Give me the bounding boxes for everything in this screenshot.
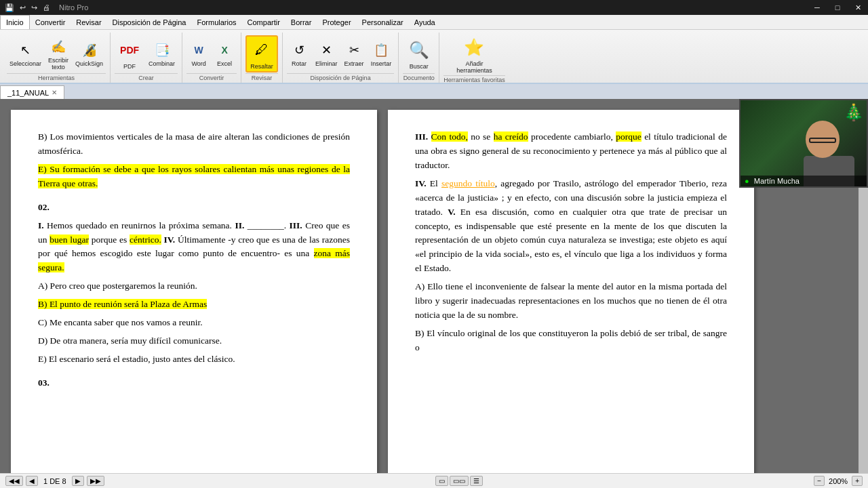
menu-personalizar[interactable]: Personalizar [357,15,409,29]
app-title: Nitro Pro [59,3,88,12]
insertar-btn[interactable]: 📋 Insertar [368,39,395,68]
ribbon-group-documento: 🔍 Buscar Documento [399,33,439,83]
ribbon-group-crear: PDF PDF 📑 Combinar Crear [111,33,182,83]
herramientas-buttons: ↖ Seleccionar ✍ Escribirtexto 🔏 QuickSig… [7,34,106,73]
menu-revisar[interactable]: Revisar [71,15,106,29]
ribbon-group-herramientas: ↖ Seleccionar ✍ Escribirtexto 🔏 QuickSig… [3,33,111,83]
word-icon: W [189,41,208,60]
tab-label: _11_ANUAL [7,89,49,97]
window-controls: ─ □ ✕ [807,0,868,15]
person-head [806,121,840,158]
document-area: B) Los movimientos verticales de la masa… [0,99,868,473]
pages-container: B) Los movimientos verticales de la masa… [0,99,859,473]
left-option-E: E) Su formación se debe a que los rayos … [38,163,350,191]
close-btn[interactable]: ✕ [848,0,868,15]
view-continuous-btn[interactable]: ☰ [470,476,483,486]
buscar-btn[interactable]: 🔍 Buscar [404,37,434,71]
redo-btn[interactable]: ↪ [29,3,39,13]
word-btn[interactable]: W Word [186,39,211,68]
seleccionar-icon: ↖ [16,41,35,60]
menu-ayuda[interactable]: Ayuda [409,15,441,29]
revisar-buttons: 🖊 Resaltar [245,34,278,73]
right-option-B: B) El vínculo original de los que consti… [415,327,727,355]
combinar-icon: 📑 [153,41,172,60]
maximize-btn[interactable]: □ [827,0,848,15]
favoritas-buttons: ⭐ Añadirherramientas [454,34,495,75]
prev-page-btn[interactable]: ◀ [26,476,38,486]
tab-close-btn[interactable]: ✕ [52,89,57,96]
left-q2-num: 02. [38,201,350,215]
disposicion-buttons: ↺ Rotar ✕ Eliminar ✂ Extraer 📋 Insertar [287,34,394,73]
left-option-C: C) Me encanta saber que nos vamos a reun… [38,316,350,330]
combinar-btn[interactable]: 📑 Combinar [146,39,178,68]
tab-bar: _11_ANUAL ✕ [0,84,868,99]
left-option-B: B) El punto de reunión será la Plaza de … [38,298,350,312]
page-right: III. Con todo, no se ha creído procedent… [388,110,754,473]
first-page-btn[interactable]: ◀◀ [5,476,23,486]
revisar-label: Revisar [245,73,278,81]
minimize-btn[interactable]: ─ [807,0,827,15]
left-option-A: A) Pero creo que postergaremos la reunió… [38,279,350,293]
convertir-buttons: W Word X Excel [186,34,237,73]
escribir-btn[interactable]: ✍ Escribirtexto [45,36,71,72]
menu-disposicion[interactable]: Disposición de Página [107,15,192,29]
menu-borrar[interactable]: Borrar [285,15,317,29]
online-indicator: ● [745,177,749,185]
view-double-btn[interactable]: ▭▭ [450,476,469,486]
menu-inicio[interactable]: Inicio [0,15,30,29]
last-page-btn[interactable]: ▶▶ [87,476,104,486]
tab-11anual[interactable]: _11_ANUAL ✕ [0,85,64,99]
left-q2-text: I. Hemos quedado en reunirnos la próxima… [38,219,350,276]
eliminar-btn[interactable]: ✕ Eliminar [313,39,340,68]
page-info: 1 DE 8 [43,477,66,485]
documento-buttons: 🔍 Buscar [404,34,434,73]
excel-btn[interactable]: X Excel [212,39,237,68]
menu-convertir[interactable]: Convertir [30,15,71,29]
left-q3-num: 03. [38,376,350,390]
insertar-icon: 📋 [372,41,391,60]
ribbon-group-disposicion: ↺ Rotar ✕ Eliminar ✂ Extraer 📋 Insertar … [283,33,399,83]
menu-bar: Inicio Convertir Revisar Disposición de … [0,15,868,30]
menu-compartir[interactable]: Compartir [242,15,285,29]
pdf-btn[interactable]: PDF PDF [115,37,144,71]
resaltar-btn[interactable]: 🖊 Resaltar [245,35,278,73]
rotar-btn[interactable]: ↺ Rotar [287,39,311,68]
crear-label: Crear [115,73,178,81]
convertir-label: Convertir [186,73,237,81]
person-name-label: Martín Mucha [754,177,800,185]
quicksign-btn[interactable]: 🔏 QuickSign [73,39,106,68]
zoom-out-btn[interactable]: − [814,476,825,486]
left-text-top: B) Los movimientos verticales de la masa… [38,130,350,159]
print-btn[interactable]: 🖨 [41,3,52,12]
añadir-icon: ⭐ [462,35,486,60]
menu-formularios[interactable]: Formularios [191,15,241,29]
video-person-name: ● Martín Mucha [741,176,867,186]
zoom-level: 200% [829,477,848,485]
documento-label: Documento [403,73,435,81]
menu-proteger[interactable]: Proteger [317,15,356,29]
view-single-btn[interactable]: ▭ [435,476,448,486]
ribbon-group-convertir: W Word X Excel Convertir [182,33,241,83]
pdf-icon: PDF [117,38,142,62]
resaltar-icon: 🖊 [250,38,274,62]
excel-icon: X [215,41,234,60]
zoom-in-btn[interactable]: + [852,476,863,486]
status-right: − 200% + [814,476,863,486]
quick-access-toolbar: 💾 ↩ ↪ 🖨 Nitro Pro ─ □ ✕ [0,0,868,15]
extraer-btn[interactable]: ✂ Extraer [342,39,367,68]
right-option-A: A) Ello tiene el inconveniente de falsea… [415,280,727,323]
eliminar-icon: ✕ [317,41,336,60]
seleccionar-btn[interactable]: ↖ Seleccionar [7,39,44,68]
ribbon: ↖ Seleccionar ✍ Escribirtexto 🔏 QuickSig… [0,30,868,84]
buscar-icon: 🔍 [407,38,431,62]
left-option-E2: E) El escenario será el estadio, justo a… [38,352,350,367]
ribbon-group-revisar: 🖊 Resaltar Revisar [241,33,283,83]
añadir-btn[interactable]: ⭐ Añadirherramientas [454,34,495,75]
undo-btn[interactable]: ↩ [18,3,28,13]
escribir-icon: ✍ [49,37,68,56]
save-btn[interactable]: 💾 [3,3,16,13]
next-page-btn[interactable]: ▶ [72,476,84,486]
ribbon-group-favoritas: ⭐ Añadirherramientas Herramientas favori… [439,33,509,83]
video-overlay: 🎄 ● Martín Mucha [739,99,868,188]
herramientas-label: Herramientas [7,73,106,81]
